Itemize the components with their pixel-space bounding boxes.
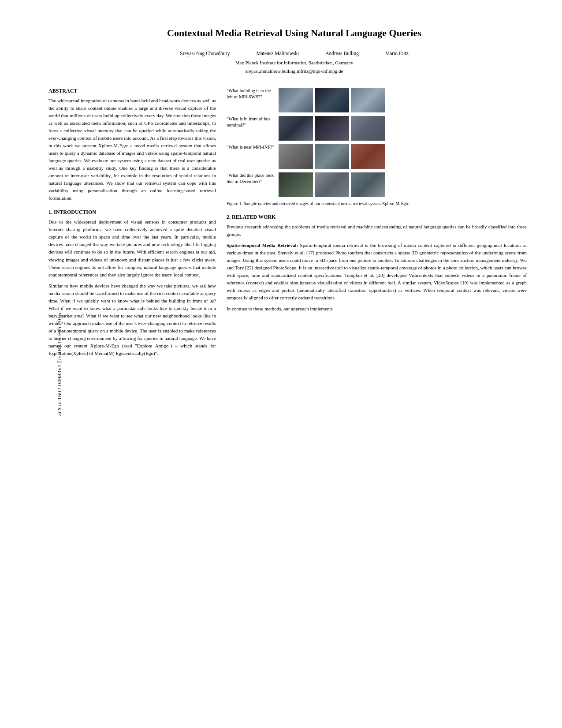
author-3: Andreas Bulling — [325, 49, 359, 58]
intro-title: 1. INTRODUCTION — [48, 209, 216, 216]
spatio-temporal-subtitle: Spatio-temporal Media Retrieval: — [227, 243, 298, 248]
author-2: Mateusz Malinowski — [256, 49, 299, 58]
related-work-section: 2. RELATED WORK Previous research addres… — [227, 214, 527, 313]
result-image-4b — [315, 172, 349, 197]
query-row-1: "What building is to the left of MPI-SWS… — [227, 88, 527, 112]
institution: Max Planck Institute for Informatics, Sa… — [62, 59, 527, 67]
page: arXiv:1602.04983v1 [cs.IR] 16 Feb 2016 C… — [0, 0, 562, 728]
result-image-2a — [279, 116, 313, 141]
authors-block: Sreyasi Nag Chowdhury Mateusz Malinowski… — [62, 49, 527, 75]
email: sreyasi,mmalinow,bulling,mfritz@mpi-inf.… — [62, 67, 527, 75]
query-row-2: "What is in front of bus terminal?" — [227, 116, 527, 141]
result-image-2b — [315, 116, 349, 141]
author-row: Sreyasi Nag Chowdhury Mateusz Malinowski… — [62, 49, 527, 58]
right-column: "What building is to the left of MPI-SWS… — [227, 88, 527, 361]
query-text-1: "What building is to the left of MPI-SWS… — [227, 88, 275, 101]
result-image-3b — [315, 144, 349, 169]
arxiv-stamp: arXiv:1602.04983v1 [cs.IR] 16 Feb 2016 — [56, 312, 63, 415]
abstract-title: ABSTRACT — [48, 88, 216, 94]
result-image-3a — [279, 144, 313, 169]
result-image-1a — [279, 88, 313, 112]
result-image-1b — [315, 88, 349, 112]
figure-block: "What building is to the left of MPI-SWS… — [227, 88, 527, 207]
query-row-3: "What is near MPI-INF?" — [227, 144, 527, 169]
spatio-temporal-text: Spatio-temporal Media Retrieval: Spatio-… — [227, 242, 527, 313]
result-image-1c — [351, 88, 385, 112]
img-row-3 — [279, 144, 385, 169]
img-row-1 — [279, 88, 385, 112]
result-image-4a — [279, 172, 313, 197]
spatio-temporal-last: In contrast to these methods, our approa… — [227, 305, 527, 313]
author-4: Mario Fritz — [385, 49, 409, 58]
result-image-4c — [351, 172, 385, 197]
spatio-temporal-body: Spatio-temporal media retrieval is the b… — [227, 243, 527, 300]
query-text-2: "What is in front of bus terminal?" — [227, 116, 275, 129]
query-row-4: "What did this place look like in Decemb… — [227, 172, 527, 197]
content-area: ABSTRACT The widespread integration of c… — [48, 88, 527, 361]
result-image-3c — [351, 144, 385, 169]
related-work-intro: Previous research addressing the problem… — [227, 223, 527, 238]
query-text-3: "What is near MPI-INF?" — [227, 144, 275, 151]
paper-title: Contextual Media Retrieval Using Natural… — [62, 26, 527, 40]
img-row-4 — [279, 172, 385, 197]
intro-text: Due to the widespread deployment of visu… — [48, 218, 216, 357]
title-section: Contextual Media Retrieval Using Natural… — [62, 26, 527, 75]
left-column: ABSTRACT The widespread integration of c… — [48, 88, 216, 361]
author-1: Sreyasi Nag Chowdhury — [180, 49, 230, 58]
related-work-title: 2. RELATED WORK — [227, 214, 527, 220]
figure-caption: Figure 1: Sample queries and retrieved i… — [227, 201, 527, 207]
query-text-4: "What did this place look like in Decemb… — [227, 172, 275, 185]
intro-section: 1. INTRODUCTION Due to the widespread de… — [48, 209, 216, 357]
img-row-2 — [279, 116, 385, 141]
abstract-text: The widespread integration of cameras in… — [48, 97, 216, 202]
result-image-2c — [351, 116, 385, 141]
